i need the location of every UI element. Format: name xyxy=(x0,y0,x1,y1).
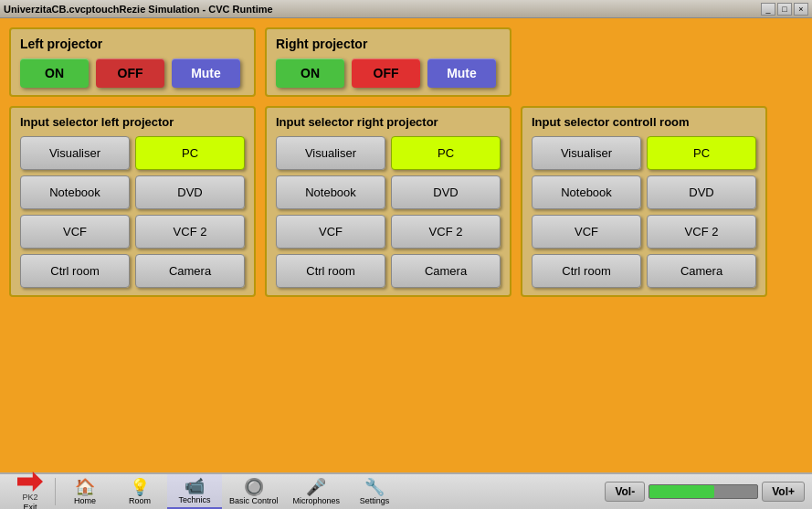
input-control-panel: Input selector controll room VisualiserP… xyxy=(521,106,767,297)
volume-fill xyxy=(649,485,714,498)
vol-minus-button[interactable]: Vol- xyxy=(605,482,645,502)
input-btn-camera[interactable]: Camera xyxy=(135,254,245,288)
close-button[interactable]: × xyxy=(794,3,808,16)
exit-button[interactable]: PK2 Exit xyxy=(7,470,53,509)
left-projector-off-button[interactable]: OFF xyxy=(96,58,164,88)
input-btn-ctrl-room[interactable]: Ctrl room xyxy=(20,254,130,288)
settings-label: Settings xyxy=(360,496,390,505)
input-control-grid: VisualiserPCNotebookDVDVCFVCF 2Ctrl room… xyxy=(532,136,756,288)
basic control-icon: 🔘 xyxy=(244,479,264,495)
volume-area: Vol- Vol+ xyxy=(605,482,805,502)
input-btn-dvd[interactable]: DVD xyxy=(391,175,501,209)
window-title: UniverzitaCB.cvcptouchRezie Simulation -… xyxy=(4,4,273,15)
input-right-title: Input selector right projector xyxy=(276,115,501,129)
microphones-label: Microphones xyxy=(293,496,341,505)
maximize-button[interactable]: □ xyxy=(777,3,792,16)
taskbar-item-basic-control[interactable]: 🔘Basic Control xyxy=(222,474,286,509)
left-projector-mute-button[interactable]: Mute xyxy=(172,58,240,88)
window-controls[interactable]: _ □ × xyxy=(761,3,808,16)
input-btn-vcf[interactable]: VCF xyxy=(532,215,641,249)
input-btn-notebook[interactable]: Notebook xyxy=(276,175,385,209)
input-btn-ctrl-room[interactable]: Ctrl room xyxy=(532,254,641,288)
left-projector-on-button[interactable]: ON xyxy=(20,58,89,88)
technics-label: Technics xyxy=(178,495,210,504)
taskbar-divider-1 xyxy=(55,478,56,505)
home-icon: 🏠 xyxy=(75,479,95,495)
exit-arrow-icon xyxy=(17,472,43,492)
input-control-title: Input selector controll room xyxy=(532,115,756,129)
input-left-panel: Input selector left projector Visualiser… xyxy=(9,106,256,297)
room-icon: 💡 xyxy=(130,479,150,495)
input-btn-vcf-2[interactable]: VCF 2 xyxy=(647,215,756,249)
taskbar-nav: 🏠Home💡Room📹Technics🔘Basic Control🎤Microp… xyxy=(58,474,402,509)
projector-panels-row: Left projector ON OFF Mute Right project… xyxy=(9,27,803,97)
taskbar-item-room[interactable]: 💡Room xyxy=(112,474,167,509)
left-projector-title: Left projector xyxy=(20,37,245,51)
technics-icon: 📹 xyxy=(185,478,205,494)
microphones-icon: 🎤 xyxy=(306,479,326,495)
taskbar-item-home[interactable]: 🏠Home xyxy=(58,474,112,509)
exit-label: Exit xyxy=(23,503,37,509)
input-btn-ctrl-room[interactable]: Ctrl room xyxy=(276,254,385,288)
input-btn-pc[interactable]: PC xyxy=(647,136,756,170)
pk2-label: PK2 xyxy=(22,493,37,502)
right-projector-buttons: ON OFF Mute xyxy=(276,58,501,88)
volume-slider[interactable] xyxy=(649,484,758,499)
input-right-panel: Input selector right projector Visualise… xyxy=(265,106,511,297)
input-btn-visualiser[interactable]: Visualiser xyxy=(276,136,385,170)
taskbar-item-technics[interactable]: 📹Technics xyxy=(167,474,222,509)
input-left-grid: VisualiserPCNotebookDVDVCFVCF 2Ctrl room… xyxy=(20,136,245,288)
taskbar-item-microphones[interactable]: 🎤Microphones xyxy=(286,474,348,509)
left-projector-buttons: ON OFF Mute xyxy=(20,58,245,88)
title-bar: UniverzitaCB.cvcptouchRezie Simulation -… xyxy=(0,0,812,18)
main-content: Left projector ON OFF Mute Right project… xyxy=(0,18,812,472)
input-panels-row: Input selector left projector Visualiser… xyxy=(9,106,803,297)
room-label: Room xyxy=(129,496,151,505)
input-btn-dvd[interactable]: DVD xyxy=(135,175,245,209)
input-btn-visualiser[interactable]: Visualiser xyxy=(532,136,641,170)
settings-icon: 🔧 xyxy=(364,479,385,495)
input-left-title: Input selector left projector xyxy=(20,115,245,129)
input-btn-pc[interactable]: PC xyxy=(391,136,501,170)
left-projector-panel: Left projector ON OFF Mute xyxy=(9,27,256,97)
input-btn-notebook[interactable]: Notebook xyxy=(532,175,641,209)
input-btn-notebook[interactable]: Notebook xyxy=(20,175,130,209)
taskbar: PK2 Exit 🏠Home💡Room📹Technics🔘Basic Contr… xyxy=(0,472,812,509)
taskbar-item-settings[interactable]: 🔧Settings xyxy=(347,474,402,509)
vol-plus-button[interactable]: Vol+ xyxy=(762,482,805,502)
right-projector-panel: Right projector ON OFF Mute xyxy=(265,27,511,97)
input-right-grid: VisualiserPCNotebookDVDVCFVCF 2Ctrl room… xyxy=(276,136,501,288)
minimize-button[interactable]: _ xyxy=(761,3,775,16)
input-btn-vcf-2[interactable]: VCF 2 xyxy=(391,215,501,249)
input-btn-vcf[interactable]: VCF xyxy=(276,215,385,249)
right-projector-on-button[interactable]: ON xyxy=(276,58,344,88)
basic control-label: Basic Control xyxy=(229,496,279,505)
input-btn-vcf[interactable]: VCF xyxy=(20,215,130,249)
right-projector-mute-button[interactable]: Mute xyxy=(427,58,496,88)
right-projector-off-button[interactable]: OFF xyxy=(352,58,420,88)
input-btn-pc[interactable]: PC xyxy=(135,136,245,170)
input-btn-dvd[interactable]: DVD xyxy=(647,175,756,209)
input-btn-camera[interactable]: Camera xyxy=(647,254,756,288)
home-label: Home xyxy=(74,496,96,505)
input-btn-camera[interactable]: Camera xyxy=(391,254,501,288)
input-btn-vcf-2[interactable]: VCF 2 xyxy=(135,215,245,249)
input-btn-visualiser[interactable]: Visualiser xyxy=(20,136,130,170)
right-projector-title: Right projector xyxy=(276,37,501,51)
